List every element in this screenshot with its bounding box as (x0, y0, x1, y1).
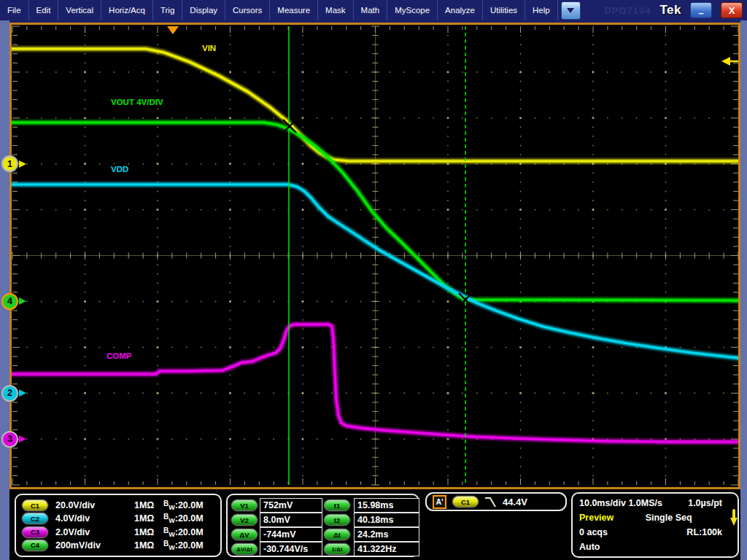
menu-item-utilities[interactable]: Utilities (483, 0, 525, 20)
trigger-mode: Auto (579, 542, 600, 552)
right-strip (740, 20, 747, 560)
cursor-value-v1: 8.0mV (260, 513, 322, 527)
channel-impedance: 1MΩ (134, 500, 163, 510)
cursor-badge-t0[interactable]: t1 (324, 499, 350, 511)
waveform-display[interactable] (12, 25, 738, 487)
channel-scale: 20.0V/div (55, 500, 134, 510)
trigger-level-value: 44.4V (503, 497, 527, 508)
horizontal-acquisition-panel: 10.0ms/div 1.0MS/s 1.0µs/pt Preview Sing… (571, 492, 739, 558)
channel-marker-arrow-3 (19, 435, 26, 443)
left-strip (0, 20, 9, 560)
trace-label-vdd: VDD (111, 165, 128, 174)
menu-item-measure[interactable]: Measure (270, 0, 318, 20)
channel-row-c3: C32.0V/div1MΩBW:20.0M (22, 526, 214, 539)
menu-item-analyze[interactable]: Analyze (438, 0, 483, 20)
channel-bandwidth: BW:20.0M (163, 526, 204, 538)
channel-bandwidth: BW:20.0M (163, 513, 204, 524)
cursor-badge-v1[interactable]: V2 (231, 514, 258, 526)
channel-row-c4: C4200mV/div1MΩBW:20.0M (22, 539, 214, 552)
cursor-readout-panel: V1752mVt115.98msV28.0mVt240.18msΔV-744mV… (226, 494, 419, 557)
channel-impedance: 1MΩ (134, 513, 163, 524)
channel-marker-arrow-1 (19, 160, 26, 168)
minimize-icon: – (698, 7, 703, 18)
cursor-badge-v0[interactable]: V1 (231, 499, 258, 511)
menu-item-cursors[interactable]: Cursors (225, 0, 270, 20)
menu-item-math[interactable]: Math (354, 0, 388, 20)
channel-badge-c1[interactable]: C1 (22, 499, 48, 511)
channel-badge-c3[interactable]: C3 (22, 526, 48, 538)
menu-bar: FileEditVerticalHoriz/AcqTrigDisplayCurs… (0, 0, 747, 20)
record-length: RL:100k (686, 527, 722, 537)
channel-bandwidth: BW:20.0M (163, 499, 204, 511)
falling-edge-icon (484, 496, 497, 508)
channel-marker-arrow-2 (19, 389, 26, 397)
channel-row-c2: C24.0V/div1MΩBW:20.0M (22, 512, 214, 525)
cursor-value-v0: 752mV (260, 498, 322, 513)
close-button[interactable]: X (721, 2, 743, 18)
menu-item-mask[interactable]: Mask (318, 0, 353, 20)
cursor-badge-v3[interactable]: ΔV/Δt (231, 543, 258, 555)
channel-marker-3[interactable]: 3 (1, 431, 18, 448)
cursor-value-v3: -30.744V/s (260, 542, 322, 556)
cursor-badge-t2[interactable]: Δt (324, 529, 350, 540)
cursor-badge-t3[interactable]: 1/Δt (324, 543, 350, 555)
channel-impedance: 1MΩ (134, 540, 163, 551)
intensity-thermometer-icon (729, 508, 738, 527)
cursor-value-t2: 24.2ms (354, 527, 419, 542)
menu-item-vertical[interactable]: Vertical (58, 0, 101, 20)
preview-status: Preview (579, 513, 614, 523)
cursor-badge-t1[interactable]: t2 (324, 514, 350, 526)
menu-overflow-button[interactable] (561, 1, 581, 20)
titlebar-right: DPO7104 Tek – X (604, 0, 747, 20)
channel-impedance: 1MΩ (134, 527, 163, 537)
timebase-value: 10.0ms/div 1.0MS/s (579, 498, 662, 508)
cursor-value-t1: 40.18ms (354, 513, 419, 527)
chevron-down-icon (567, 8, 574, 13)
menu-item-display[interactable]: Display (182, 0, 225, 20)
channel-marker-4[interactable]: 4 (1, 293, 18, 310)
menu-item-trig[interactable]: Trig (153, 0, 182, 20)
channel-row-c1: C120.0V/div1MΩBW:20.0M (22, 499, 214, 512)
channel-badge-c4[interactable]: C4 (22, 540, 48, 551)
cursor-value-v2: -744mV (260, 527, 322, 542)
acquisition-count: 0 acqs (579, 527, 608, 537)
channel-badge-c2[interactable]: C2 (22, 513, 48, 524)
tek-logo: Tek (659, 3, 681, 18)
channel-bandwidth: BW:20.0M (163, 540, 204, 551)
channel-scale: 200mV/div (55, 540, 134, 551)
trace-label-comp: COMP (107, 351, 132, 360)
trigger-event-badge[interactable]: A' (433, 495, 446, 509)
cursor-value-t3: 41.322Hz (354, 542, 419, 556)
channel-marker-arrow-4 (19, 298, 26, 305)
close-icon: X (729, 5, 735, 16)
trace-label-vin: VIN (202, 44, 216, 52)
menu-item-edit[interactable]: Edit (29, 0, 59, 20)
acquisition-mode: Single Seq (646, 513, 692, 523)
cursor-value-t0: 15.98ms (354, 498, 419, 513)
menu-items: FileEditVerticalHoriz/AcqTrigDisplayCurs… (0, 0, 558, 20)
cursor-badge-v2[interactable]: ΔV (231, 529, 258, 540)
sample-resolution-value: 1.0µs/pt (688, 498, 722, 508)
menu-item-help[interactable]: Help (525, 0, 558, 20)
trigger-source-badge[interactable]: C1 (452, 496, 479, 508)
minimize-button[interactable]: – (690, 2, 712, 18)
menu-item-horiz-acq[interactable]: Horiz/Acq (101, 0, 153, 20)
trigger-position-marker[interactable] (167, 26, 179, 34)
channel-scale: 4.0V/div (55, 513, 134, 524)
channel-marker-2[interactable]: 2 (1, 385, 18, 402)
channel-settings-panel: C120.0V/div1MΩBW:20.0MC24.0V/div1MΩBW:20… (15, 494, 222, 557)
trace-label-vout: VOUT 4V/DIV (111, 98, 163, 106)
trigger-readout-panel: A' C1 44.4V (425, 492, 567, 511)
model-label: DPO7104 (604, 5, 651, 16)
channel-scale: 2.0V/div (55, 527, 134, 537)
menu-item-myscope[interactable]: MyScope (387, 0, 438, 20)
menu-item-file[interactable]: File (0, 0, 29, 20)
